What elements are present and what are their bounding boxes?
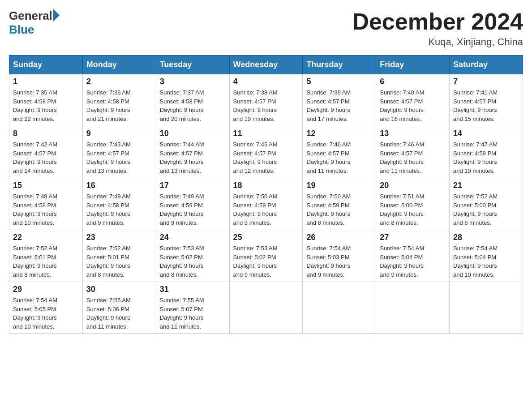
day-number: 8 <box>13 129 79 138</box>
calendar-cell: 15Sunrise: 7:48 AMSunset: 4:58 PMDayligh… <box>9 178 83 230</box>
day-info: Sunrise: 7:40 AMSunset: 4:57 PMDaylight:… <box>380 88 446 123</box>
day-info: Sunrise: 7:48 AMSunset: 4:58 PMDaylight:… <box>13 192 79 227</box>
day-number: 6 <box>380 77 446 86</box>
calendar-cell: 23Sunrise: 7:52 AMSunset: 5:01 PMDayligh… <box>82 230 156 282</box>
calendar-cell: 11Sunrise: 7:45 AMSunset: 4:57 PMDayligh… <box>229 126 303 178</box>
day-number: 24 <box>160 233 226 242</box>
day-number: 21 <box>453 181 519 190</box>
day-info: Sunrise: 7:42 AMSunset: 4:57 PMDaylight:… <box>13 140 79 175</box>
day-number: 25 <box>233 233 299 242</box>
calendar-cell <box>450 282 523 334</box>
calendar-cell <box>229 282 303 334</box>
day-info: Sunrise: 7:53 AMSunset: 5:02 PMDaylight:… <box>160 244 226 279</box>
day-number: 2 <box>86 77 152 86</box>
title-block: December 2024 Kuqa, Xinjiang, China <box>352 9 523 48</box>
calendar-table: SundayMondayTuesdayWednesdayThursdayFrid… <box>9 55 523 334</box>
day-info: Sunrise: 7:54 AMSunset: 5:05 PMDaylight:… <box>13 296 79 331</box>
calendar-cell: 12Sunrise: 7:46 AMSunset: 4:57 PMDayligh… <box>303 126 376 178</box>
day-of-week-header: Tuesday <box>156 56 229 74</box>
day-info: Sunrise: 7:49 AMSunset: 4:59 PMDaylight:… <box>160 192 226 227</box>
logo-blue-text: Blue <box>9 23 34 37</box>
day-of-week-header: Wednesday <box>229 56 303 74</box>
day-info: Sunrise: 7:46 AMSunset: 4:57 PMDaylight:… <box>380 140 446 175</box>
day-info: Sunrise: 7:54 AMSunset: 5:04 PMDaylight:… <box>380 244 446 279</box>
day-of-week-header: Friday <box>376 56 450 74</box>
calendar-cell: 7Sunrise: 7:41 AMSunset: 4:57 PMDaylight… <box>450 74 523 126</box>
calendar-cell: 17Sunrise: 7:49 AMSunset: 4:59 PMDayligh… <box>156 178 229 230</box>
calendar-cell <box>376 282 450 334</box>
logo-triangle-icon <box>53 9 60 21</box>
calendar-cell: 22Sunrise: 7:52 AMSunset: 5:01 PMDayligh… <box>9 230 83 282</box>
page-header: General Blue December 2024 Kuqa, Xinjian… <box>9 9 523 48</box>
day-number: 20 <box>380 181 446 190</box>
day-info: Sunrise: 7:55 AMSunset: 5:07 PMDaylight:… <box>160 296 226 331</box>
day-info: Sunrise: 7:47 AMSunset: 4:58 PMDaylight:… <box>453 140 519 175</box>
day-number: 11 <box>233 129 299 138</box>
day-number: 26 <box>306 233 372 242</box>
calendar-week-row: 22Sunrise: 7:52 AMSunset: 5:01 PMDayligh… <box>9 230 523 282</box>
calendar-cell: 30Sunrise: 7:55 AMSunset: 5:06 PMDayligh… <box>82 282 156 334</box>
day-info: Sunrise: 7:38 AMSunset: 4:57 PMDaylight:… <box>233 88 299 123</box>
day-info: Sunrise: 7:37 AMSunset: 4:58 PMDaylight:… <box>160 88 226 123</box>
day-of-week-header: Monday <box>82 56 156 74</box>
calendar-week-row: 15Sunrise: 7:48 AMSunset: 4:58 PMDayligh… <box>9 178 523 230</box>
calendar-cell: 19Sunrise: 7:50 AMSunset: 4:59 PMDayligh… <box>303 178 376 230</box>
location-text: Kuqa, Xinjiang, China <box>352 36 523 48</box>
logo-general-text: General <box>9 9 52 23</box>
day-info: Sunrise: 7:41 AMSunset: 4:57 PMDaylight:… <box>453 88 519 123</box>
day-number: 28 <box>453 233 519 242</box>
calendar-cell: 18Sunrise: 7:50 AMSunset: 4:59 PMDayligh… <box>229 178 303 230</box>
calendar-cell: 10Sunrise: 7:44 AMSunset: 4:57 PMDayligh… <box>156 126 229 178</box>
calendar-week-row: 8Sunrise: 7:42 AMSunset: 4:57 PMDaylight… <box>9 126 523 178</box>
day-number: 14 <box>453 129 519 138</box>
day-info: Sunrise: 7:55 AMSunset: 5:06 PMDaylight:… <box>86 296 152 331</box>
day-info: Sunrise: 7:39 AMSunset: 4:57 PMDaylight:… <box>306 88 372 123</box>
day-number: 30 <box>86 285 152 294</box>
calendar-cell: 3Sunrise: 7:37 AMSunset: 4:58 PMDaylight… <box>156 74 229 126</box>
day-info: Sunrise: 7:52 AMSunset: 5:01 PMDaylight:… <box>13 244 79 279</box>
calendar-cell: 16Sunrise: 7:49 AMSunset: 4:58 PMDayligh… <box>82 178 156 230</box>
day-number: 13 <box>380 129 446 138</box>
calendar-cell: 9Sunrise: 7:43 AMSunset: 4:57 PMDaylight… <box>82 126 156 178</box>
calendar-cell: 29Sunrise: 7:54 AMSunset: 5:05 PMDayligh… <box>9 282 83 334</box>
logo: General Blue <box>9 9 60 37</box>
calendar-cell: 4Sunrise: 7:38 AMSunset: 4:57 PMDaylight… <box>229 74 303 126</box>
calendar-cell: 14Sunrise: 7:47 AMSunset: 4:58 PMDayligh… <box>450 126 523 178</box>
day-info: Sunrise: 7:54 AMSunset: 5:04 PMDaylight:… <box>453 244 519 279</box>
day-number: 1 <box>13 77 79 86</box>
calendar-cell: 28Sunrise: 7:54 AMSunset: 5:04 PMDayligh… <box>450 230 523 282</box>
day-number: 10 <box>160 129 226 138</box>
calendar-cell: 6Sunrise: 7:40 AMSunset: 4:57 PMDaylight… <box>376 74 450 126</box>
day-info: Sunrise: 7:54 AMSunset: 5:03 PMDaylight:… <box>306 244 372 279</box>
calendar-cell: 26Sunrise: 7:54 AMSunset: 5:03 PMDayligh… <box>303 230 376 282</box>
day-number: 19 <box>306 181 372 190</box>
calendar-cell: 1Sunrise: 7:35 AMSunset: 4:58 PMDaylight… <box>9 74 83 126</box>
calendar-cell <box>303 282 376 334</box>
day-number: 3 <box>160 77 226 86</box>
day-number: 5 <box>306 77 372 86</box>
day-number: 9 <box>86 129 152 138</box>
day-info: Sunrise: 7:43 AMSunset: 4:57 PMDaylight:… <box>86 140 152 175</box>
calendar-week-row: 1Sunrise: 7:35 AMSunset: 4:58 PMDaylight… <box>9 74 523 126</box>
calendar-cell: 27Sunrise: 7:54 AMSunset: 5:04 PMDayligh… <box>376 230 450 282</box>
day-number: 31 <box>160 285 226 294</box>
day-info: Sunrise: 7:52 AMSunset: 5:01 PMDaylight:… <box>86 244 152 279</box>
day-info: Sunrise: 7:35 AMSunset: 4:58 PMDaylight:… <box>13 88 79 123</box>
day-info: Sunrise: 7:51 AMSunset: 5:00 PMDaylight:… <box>380 192 446 227</box>
day-number: 27 <box>380 233 446 242</box>
day-of-week-header: Saturday <box>450 56 523 74</box>
day-number: 29 <box>13 285 79 294</box>
calendar-cell: 31Sunrise: 7:55 AMSunset: 5:07 PMDayligh… <box>156 282 229 334</box>
day-number: 23 <box>86 233 152 242</box>
calendar-cell: 20Sunrise: 7:51 AMSunset: 5:00 PMDayligh… <box>376 178 450 230</box>
calendar-cell: 8Sunrise: 7:42 AMSunset: 4:57 PMDaylight… <box>9 126 83 178</box>
day-info: Sunrise: 7:52 AMSunset: 5:00 PMDaylight:… <box>453 192 519 227</box>
month-title: December 2024 <box>352 9 523 34</box>
calendar-cell: 25Sunrise: 7:53 AMSunset: 5:02 PMDayligh… <box>229 230 303 282</box>
calendar-cell: 2Sunrise: 7:36 AMSunset: 4:58 PMDaylight… <box>82 74 156 126</box>
day-number: 16 <box>86 181 152 190</box>
day-info: Sunrise: 7:45 AMSunset: 4:57 PMDaylight:… <box>233 140 299 175</box>
calendar-header-row: SundayMondayTuesdayWednesdayThursdayFrid… <box>9 56 523 74</box>
calendar-cell: 13Sunrise: 7:46 AMSunset: 4:57 PMDayligh… <box>376 126 450 178</box>
day-number: 12 <box>306 129 372 138</box>
